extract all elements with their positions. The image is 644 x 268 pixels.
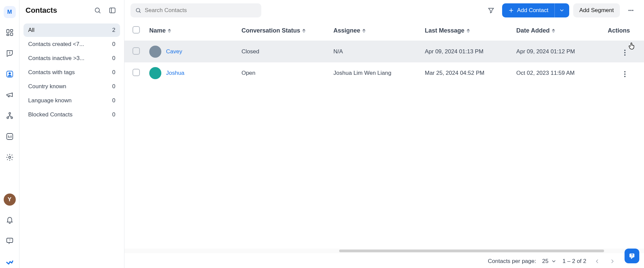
row-actions-button[interactable] [620, 69, 630, 79]
search-contacts-box[interactable] [130, 3, 261, 17]
col-header-last-message[interactable]: Last Message [420, 21, 512, 41]
more-vertical-icon [624, 71, 626, 77]
filter-count: 0 [112, 111, 115, 118]
nav-workflow[interactable] [3, 109, 16, 122]
nav-settings[interactable] [3, 151, 16, 164]
horizontal-scrollbar[interactable] [124, 249, 644, 253]
reports-icon [6, 132, 14, 141]
filter-item[interactable]: Country known0 [23, 80, 120, 93]
col-header-actions: Actions [603, 21, 644, 41]
svg-point-16 [629, 10, 630, 11]
filter-item[interactable]: Contacts with tags0 [23, 66, 120, 79]
workflow-icon [6, 112, 14, 120]
svg-point-13 [95, 8, 100, 12]
col-header-date-added[interactable]: Date Added [512, 21, 603, 41]
contact-name-link[interactable]: Joshua [166, 70, 184, 76]
sort-icon [467, 29, 470, 33]
filter-count: 0 [112, 41, 115, 48]
table-row[interactable]: Cavey Closed N/A Apr 09, 2024 01:13 PM A… [124, 41, 644, 63]
row-actions-button[interactable] [620, 48, 630, 58]
add-contact-button[interactable]: Add Contact [502, 3, 554, 17]
nav-notifications[interactable] [3, 214, 16, 226]
help-fab[interactable]: ? [625, 249, 639, 263]
filter-item[interactable]: Blocked Contacts0 [23, 108, 120, 121]
filter-item[interactable]: Contacts created <7...0 [23, 38, 120, 51]
user-avatar[interactable]: Y [4, 194, 16, 206]
svg-rect-1 [10, 30, 13, 32]
col-header-status[interactable]: Conversation Status [237, 21, 329, 41]
help-chat-icon: ? [6, 237, 14, 245]
col-header-name[interactable]: Name [145, 21, 237, 41]
filter-count: 0 [112, 55, 115, 62]
row-checkbox[interactable] [132, 47, 140, 55]
svg-point-18 [632, 10, 634, 11]
inbox-icon [6, 49, 14, 57]
topbar-more-button[interactable] [624, 3, 638, 17]
per-page-label: Contacts per page: [488, 258, 536, 265]
row-checkbox[interactable] [132, 69, 140, 76]
nav-contacts[interactable] [3, 68, 16, 81]
cell-date-added: Oct 02, 2023 11:59 AM [512, 62, 603, 84]
nav-rail: M Y ? [0, 0, 19, 268]
filter-label: Language known [28, 97, 112, 104]
svg-rect-14 [110, 8, 115, 13]
dashboard-icon [6, 29, 14, 37]
cell-assignee: N/A [329, 41, 420, 63]
add-segment-label: Add Segment [579, 7, 614, 14]
filter-label: Contacts with tags [28, 69, 112, 76]
svg-point-10 [9, 156, 11, 158]
sidebar-title: Contacts [25, 6, 89, 15]
nav-dashboard[interactable] [3, 26, 16, 39]
add-contact-dropdown[interactable] [554, 3, 569, 17]
filter-label: Blocked Contacts [28, 111, 112, 118]
filter-button[interactable] [484, 3, 498, 17]
svg-point-17 [630, 10, 632, 11]
filter-item[interactable]: Language known0 [23, 94, 120, 107]
svg-text:?: ? [9, 238, 10, 242]
chevron-down-icon [559, 8, 565, 13]
cell-assignee: Joshua Lim Wen Liang [329, 62, 420, 84]
filter-label: Contacts inactive >3... [28, 55, 112, 62]
page-range: 1 – 2 of 2 [562, 258, 586, 265]
contact-name-link[interactable]: Cavey [166, 48, 182, 55]
sort-icon [168, 29, 171, 33]
nav-help[interactable]: ? [3, 234, 16, 247]
nav-broadcast[interactable] [3, 89, 16, 101]
prev-page-button[interactable] [592, 257, 602, 266]
table-row[interactable]: Joshua Open Joshua Lim Wen Liang Mar 25,… [124, 62, 644, 84]
megaphone-icon [6, 91, 14, 99]
filter-item[interactable]: Contacts inactive >3...0 [23, 52, 120, 65]
col-header-assignee[interactable]: Assignee [329, 21, 420, 41]
help-icon: ? [628, 252, 636, 260]
pagination-footer: Contacts per page: 25 1 – 2 of 2 [124, 253, 644, 268]
add-segment-button[interactable]: Add Segment [573, 3, 620, 17]
workspace-switcher[interactable]: M [4, 6, 16, 18]
contacts-table-wrapper: Name Conversation Status Assignee Last M… [124, 21, 644, 249]
svg-rect-0 [7, 30, 9, 33]
nav-inbox[interactable] [3, 47, 16, 60]
search-icon [94, 7, 101, 14]
sidebar-collapse-button[interactable] [107, 5, 118, 16]
search-input[interactable] [145, 7, 257, 14]
per-page-select[interactable]: 25 [542, 258, 556, 265]
filter-item[interactable]: All2 [23, 23, 120, 37]
select-all-checkbox[interactable] [132, 26, 140, 34]
filter-list: All2Contacts created <7...0Contacts inac… [23, 23, 120, 121]
sort-icon [552, 29, 555, 33]
next-page-button[interactable] [608, 257, 617, 266]
scrollbar-thumb[interactable] [339, 250, 604, 252]
cell-status: Open [237, 62, 329, 84]
svg-point-6 [9, 113, 10, 114]
nav-reports[interactable] [3, 130, 16, 143]
search-icon [135, 7, 141, 14]
contacts-icon [6, 70, 14, 78]
svg-point-5 [9, 72, 11, 74]
contact-avatar [149, 67, 161, 79]
sidebar-search-button[interactable] [92, 5, 103, 16]
more-vertical-icon [624, 50, 626, 56]
filter-count: 0 [112, 69, 115, 76]
cell-last-message: Mar 25, 2024 04:52 PM [420, 62, 512, 84]
cell-last-message: Apr 09, 2024 01:13 PM [420, 41, 512, 63]
svg-text:?: ? [631, 254, 633, 257]
cell-date-added: Apr 09, 2024 01:12 PM [512, 41, 603, 63]
